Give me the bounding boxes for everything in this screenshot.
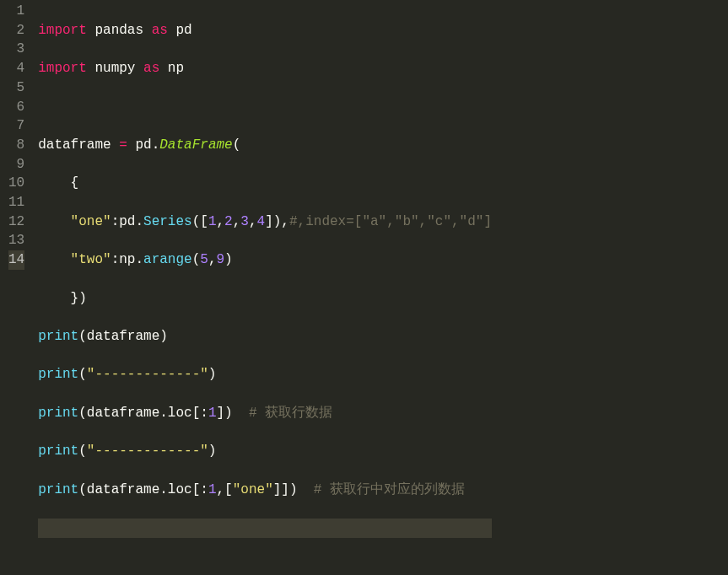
line-number: 13	[8, 231, 24, 250]
line-number: 4	[8, 59, 24, 78]
line-number: 14	[8, 250, 24, 270]
code-line[interactable]: print(dataframe.loc[:1,["one"]]) # 获取行中对…	[38, 481, 492, 500]
line-number: 7	[8, 116, 24, 136]
code-line[interactable]: print(dataframe)	[38, 327, 492, 347]
line-gutter: 1 2 3 4 5 6 7 8 9 10 11 12 13 14	[0, 0, 38, 575]
line-number: 9	[8, 155, 24, 175]
code-line[interactable]: print("-------------")	[38, 442, 492, 461]
code-line[interactable]: import pandas as pd	[38, 21, 492, 40]
line-number: 1	[8, 2, 24, 21]
line-number: 11	[8, 193, 24, 212]
code-line[interactable]: dataframe = pd.DataFrame(	[38, 136, 492, 155]
code-area[interactable]: import pandas as pd import numpy as np d…	[38, 0, 492, 575]
line-number: 2	[8, 21, 24, 40]
code-line[interactable]: import numpy as np	[38, 59, 492, 78]
code-line[interactable]: "two":np.arange(5,9)	[38, 250, 492, 270]
line-number: 6	[8, 98, 24, 117]
line-number: 10	[8, 174, 24, 193]
line-number: 3	[8, 40, 24, 59]
code-line[interactable]: })	[38, 289, 492, 309]
code-editor[interactable]: 1 2 3 4 5 6 7 8 9 10 11 12 13 14 import …	[0, 0, 728, 575]
line-number: 5	[8, 78, 24, 98]
code-line[interactable]	[38, 98, 492, 117]
line-number: 8	[8, 136, 24, 155]
code-line[interactable]: print(dataframe.loc[:1]) # 获取行数据	[38, 404, 492, 423]
line-number: 12	[8, 212, 24, 232]
code-line[interactable]: print("-------------")	[38, 365, 492, 384]
code-line[interactable]: "one":pd.Series([1,2,3,4]),#,index=["a",…	[38, 212, 492, 232]
code-line[interactable]: {	[38, 174, 492, 193]
code-line[interactable]	[38, 519, 492, 538]
